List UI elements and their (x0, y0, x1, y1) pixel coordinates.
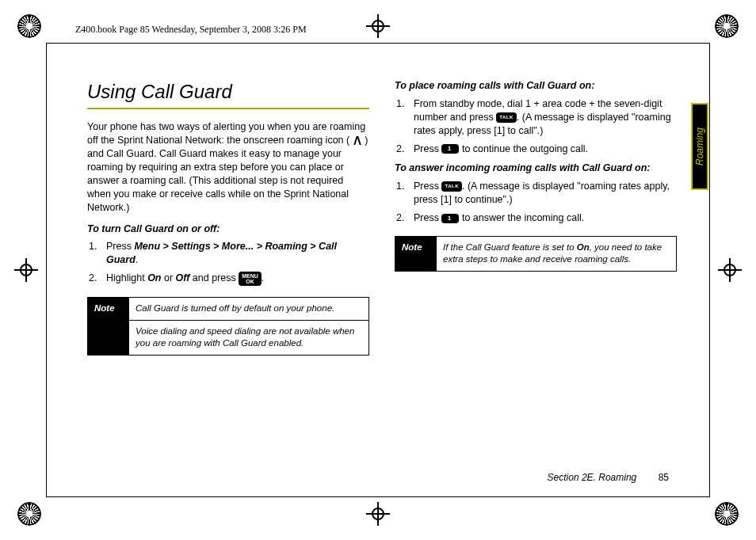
note-body: Call Guard is turned off by default on y… (129, 298, 368, 355)
step-item: 1. From standby mode, dial 1 + area code… (409, 97, 677, 138)
step-number: 1. (396, 180, 404, 193)
step-item: 2. Press to answer the incoming call. (409, 211, 677, 225)
step-text: . (262, 272, 264, 283)
note-label: Note (395, 237, 437, 271)
section-tab-label: Roaming (694, 127, 705, 165)
steps-answer: 1. Press TALK. (A message is displayed "… (395, 180, 677, 225)
note-body: If the Call Guard feature is set to On, … (437, 237, 676, 271)
steps-place: 1. From standby mode, dial 1 + area code… (395, 97, 677, 156)
note-cell: If the Call Guard feature is set to On, … (437, 237, 676, 271)
note-box: Note Call Guard is turned off by default… (87, 297, 369, 356)
page-content: Using Call Guard Your phone has two ways… (87, 79, 677, 469)
steps-turn: 1. Press Menu > Settings > More... > Roa… (87, 240, 369, 286)
step-text: Press (414, 181, 441, 192)
footer-page-number: 85 (659, 472, 669, 483)
step-number: 1. (89, 240, 97, 253)
step-number: 2. (396, 211, 404, 225)
one-key-icon (441, 214, 459, 223)
intro-text-a: Your phone has two ways of alerting you … (87, 121, 365, 146)
title-rule (87, 108, 369, 109)
talk-key-icon: TALK (496, 112, 517, 123)
crop-mark-icon (715, 14, 739, 38)
crop-mark-icon (17, 502, 41, 526)
crop-mark-icon (715, 502, 739, 526)
step-number: 2. (89, 272, 97, 285)
step-item: 2. Press to continue the outgoing call. (409, 143, 677, 156)
registration-mark-icon (369, 505, 387, 523)
footer-section: Section 2E. Roaming (548, 472, 637, 483)
crop-line (46, 43, 47, 497)
step-text: . (136, 254, 138, 265)
crop-mark-icon (17, 14, 41, 38)
step-text: and press (189, 272, 239, 283)
subhead-turn-on-off: To turn Call Guard on or off: (87, 222, 369, 236)
step-text: Press (414, 212, 441, 223)
book-info-header: Z400.book Page 85 Wednesday, September 3… (75, 24, 307, 36)
option-off: Off (176, 272, 190, 283)
page-title: Using Call Guard (87, 79, 369, 105)
crop-line (46, 43, 710, 44)
note-text: If the Call Guard feature is set to (443, 242, 577, 252)
left-column: Using Call Guard Your phone has two ways… (87, 79, 369, 469)
note-box: Note If the Call Guard feature is set to… (395, 236, 677, 272)
crop-line (46, 496, 710, 497)
note-on: On (577, 242, 590, 252)
step-text: Press (414, 143, 441, 154)
step-number: 2. (396, 143, 404, 156)
right-column: To place roaming calls with Call Guard o… (395, 79, 677, 469)
subhead-place-calls: To place roaming calls with Call Guard o… (395, 79, 677, 93)
registration-mark-icon (369, 17, 387, 35)
roaming-icon (353, 136, 362, 146)
menu-path: Menu > Settings > More... > Roaming > Ca… (106, 241, 337, 265)
step-text: or (161, 272, 175, 283)
option-on: On (147, 272, 161, 283)
note-cell: Voice dialing and speed dialing are not … (129, 320, 368, 355)
note-label: Note (88, 298, 129, 355)
page-footer: Section 2E. Roaming 85 (548, 472, 669, 483)
step-number: 1. (396, 97, 404, 111)
subhead-answer-calls: To answer incoming roaming calls with Ca… (395, 162, 677, 175)
step-text: Press (106, 241, 134, 252)
intro-text-b: ) and Call Guard. Call Guard makes it ea… (87, 135, 368, 212)
crop-line (709, 43, 710, 497)
note-cell: Call Guard is turned off by default on y… (129, 298, 368, 320)
step-item: 2. Highlight On or Off and press MENUOK. (101, 272, 369, 286)
step-text: to continue the outgoing call. (459, 143, 588, 154)
talk-key-icon: TALK (441, 181, 462, 192)
step-text: Highlight (106, 272, 147, 283)
registration-mark-icon (721, 261, 739, 279)
menu-ok-key-icon: MENUOK (239, 272, 262, 286)
registration-mark-icon (17, 261, 35, 279)
step-item: 1. Press TALK. (A message is displayed "… (409, 180, 677, 207)
step-item: 1. Press Menu > Settings > More... > Roa… (101, 240, 369, 267)
one-key-icon (441, 144, 459, 154)
step-text: to answer the incoming call. (459, 212, 584, 223)
section-tab-roaming: Roaming (691, 103, 708, 190)
intro-paragraph: Your phone has two ways of alerting you … (87, 120, 369, 214)
